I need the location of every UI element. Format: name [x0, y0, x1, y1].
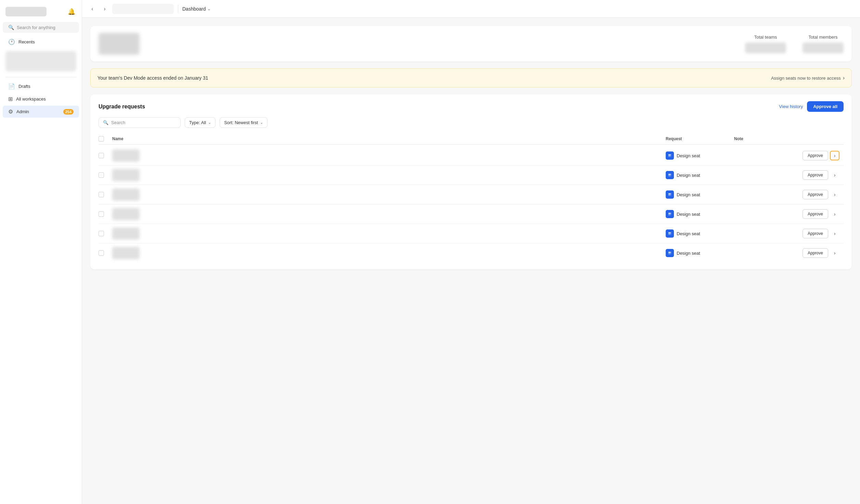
sort-filter-dropdown[interactable]: Sort: Newest first ⌄ — [220, 117, 268, 128]
expand-button[interactable]: › — [830, 248, 839, 258]
row-actions: Approve — [803, 170, 830, 180]
admin-label: Admin — [16, 109, 29, 114]
type-filter-dropdown[interactable]: Type: All ⌄ — [185, 117, 216, 128]
sidebar-item-drafts[interactable]: 📄 Drafts — [3, 80, 79, 92]
svg-point-0 — [668, 154, 670, 156]
total-teams-value — [745, 42, 786, 53]
svg-point-18 — [668, 234, 670, 235]
row-actions: Approve — [803, 229, 830, 238]
banner-action-label: Assign seats now to restore access — [771, 76, 841, 81]
type-filter-chevron-icon: ⌄ — [208, 120, 211, 125]
user-name-cell — [112, 227, 666, 240]
total-members-value — [803, 42, 844, 53]
svg-point-4 — [668, 174, 670, 175]
sidebar-item-all-workspaces[interactable]: ⊞ All workspaces — [3, 93, 79, 105]
expand-button[interactable]: › — [830, 229, 839, 238]
request-type-label: Design seat — [677, 251, 700, 256]
total-members-label: Total members — [803, 35, 844, 40]
expand-button[interactable]: › — [830, 170, 839, 180]
total-teams-label: Total teams — [745, 35, 786, 40]
all-workspaces-label: All workspaces — [16, 96, 46, 102]
svg-point-12 — [668, 213, 670, 214]
row-checkbox[interactable] — [99, 172, 104, 178]
row-checkbox-cell — [99, 192, 112, 197]
svg-point-13 — [670, 213, 671, 214]
figma-icon — [666, 210, 674, 218]
svg-point-9 — [670, 193, 671, 195]
sidebar-search[interactable]: 🔍 Search for anything — [3, 22, 79, 33]
drafts-label: Drafts — [18, 84, 30, 89]
svg-point-15 — [670, 214, 671, 215]
approve-button[interactable]: Approve — [803, 229, 828, 238]
bell-icon[interactable]: 🔔 — [67, 7, 76, 16]
approve-button[interactable]: Approve — [803, 248, 828, 258]
sidebar-logo — [5, 7, 47, 16]
forward-button[interactable]: › — [100, 4, 109, 14]
admin-badge: 254 — [63, 109, 74, 115]
search-filter-placeholder: Search — [111, 120, 125, 125]
total-teams-stat: Total teams — [745, 35, 786, 53]
row-checkbox[interactable] — [99, 153, 104, 158]
approve-button[interactable]: Approve — [803, 209, 828, 219]
topbar-search[interactable] — [112, 4, 174, 14]
user-name-cell — [112, 247, 666, 259]
dashboard-chevron-icon: ⌄ — [207, 6, 211, 11]
request-cell: Design seat — [666, 190, 734, 199]
view-history-button[interactable]: View history — [779, 104, 803, 109]
approve-button[interactable]: Approve — [803, 170, 828, 180]
user-avatar — [112, 169, 140, 181]
row-checkbox[interactable] — [99, 192, 104, 197]
table-row: Design seat Approve › — [99, 165, 844, 185]
approve-button[interactable]: Approve — [803, 151, 828, 160]
admin-icon: ⚙ — [8, 108, 13, 115]
search-filter[interactable]: 🔍 Search — [99, 117, 181, 128]
expand-button[interactable]: › — [830, 151, 839, 160]
dashboard-label: Dashboard — [182, 6, 206, 12]
table-row: Design seat Approve › — [99, 146, 844, 165]
note-column-header: Note — [734, 136, 803, 141]
request-type-label: Design seat — [677, 212, 700, 217]
request-cell: Design seat — [666, 210, 734, 218]
dashboard-dropdown[interactable]: Dashboard ⌄ — [182, 6, 211, 12]
user-avatar — [112, 208, 140, 220]
banner-action[interactable]: Assign seats now to restore access › — [771, 75, 845, 81]
row-checkbox-cell — [99, 153, 112, 158]
back-icon: ‹ — [91, 6, 93, 12]
expand-button[interactable]: › — [830, 190, 839, 199]
user-avatar — [112, 247, 140, 259]
clock-icon: 🕐 — [8, 39, 15, 45]
table-header: Name Request Note — [99, 133, 844, 145]
stats-card: Total teams Total members — [90, 26, 852, 62]
request-cell: Design seat — [666, 151, 734, 160]
grid-icon: ⊞ — [8, 96, 13, 102]
table-row: Design seat Approve › — [99, 185, 844, 204]
request-column-header: Request — [666, 136, 734, 141]
sidebar-item-recents[interactable]: 🕐 Recents — [3, 36, 79, 48]
svg-point-17 — [670, 232, 671, 234]
request-type-label: Design seat — [677, 173, 700, 178]
drafts-icon: 📄 — [8, 83, 15, 90]
request-cell: Design seat — [666, 171, 734, 179]
approve-all-button[interactable]: Approve all — [807, 101, 844, 112]
stats-numbers: Total teams Total members — [745, 35, 844, 53]
svg-point-6 — [668, 175, 670, 176]
sort-filter-chevron-icon: ⌄ — [260, 120, 263, 125]
figma-icon — [666, 249, 674, 257]
row-checkbox-cell — [99, 211, 112, 217]
back-button[interactable]: ‹ — [88, 4, 97, 14]
sidebar: 🔔 🔍 Search for anything 🕐 Recents 📄 Draf… — [0, 0, 82, 504]
row-checkbox[interactable] — [99, 250, 104, 256]
expand-button[interactable]: › — [830, 209, 839, 219]
request-cell: Design seat — [666, 249, 734, 257]
request-type-label: Design seat — [677, 153, 700, 158]
name-column-header: Name — [112, 136, 666, 141]
content-area: Total teams Total members Your team's De… — [82, 18, 860, 504]
svg-point-5 — [670, 174, 671, 175]
sidebar-item-admin[interactable]: ⚙ Admin 254 — [3, 106, 79, 118]
approve-button[interactable]: Approve — [803, 190, 828, 199]
row-checkbox[interactable] — [99, 211, 104, 217]
banner-message: Your team's Dev Mode access ended on Jan… — [97, 75, 208, 81]
select-all-checkbox[interactable] — [99, 136, 104, 142]
row-checkbox[interactable] — [99, 231, 104, 236]
recents-label: Recents — [18, 39, 35, 44]
